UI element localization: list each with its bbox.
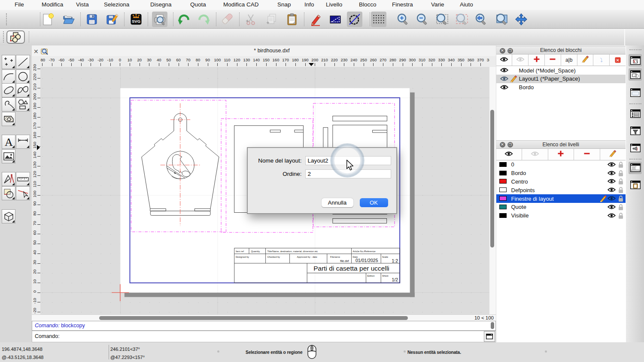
- svg-text:Sheet: Sheet: [382, 275, 389, 277]
- svg-text:Parti di casetta per uccelli: Parti di casetta per uccelli: [313, 265, 389, 272]
- svg-text:Checked by: Checked by: [267, 256, 280, 258]
- svg-text:Title/Name, destination, mater: Title/Name, destination, material, dimen…: [267, 250, 318, 252]
- svg-text:Edition: Edition: [367, 275, 374, 277]
- svg-text:01/01/2025: 01/01/2025: [355, 258, 378, 263]
- svg-text:SVG: SVG: [132, 19, 140, 24]
- svg-text:Approved by - date: Approved by - date: [297, 256, 317, 258]
- svg-text:Filename: Filename: [330, 256, 340, 258]
- svg-text:Item ref: Item ref: [236, 250, 244, 252]
- svg-text:Article No./Reference: Article No./Reference: [352, 250, 375, 252]
- svg-text:file.dxf: file.dxf: [340, 259, 349, 262]
- svg-text:Designed by: Designed by: [236, 256, 249, 258]
- svg-text:A: A: [5, 136, 13, 148]
- svg-text:1/2: 1/2: [392, 277, 398, 282]
- svg-text:1:2: 1:2: [392, 258, 398, 263]
- svg-text:Scale: Scale: [382, 256, 388, 258]
- svg-text:Quantity: Quantity: [251, 250, 260, 252]
